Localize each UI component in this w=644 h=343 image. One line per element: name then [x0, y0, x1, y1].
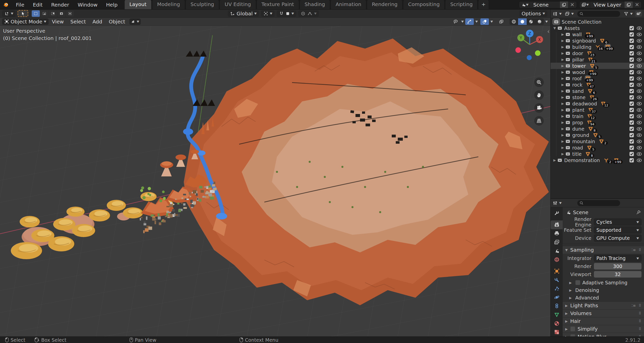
- proportional-editing-dropdown[interactable]: ▼: [298, 10, 319, 17]
- hide-eye-icon[interactable]: [636, 32, 642, 37]
- hide-eye-icon[interactable]: [636, 113, 642, 119]
- tab-modeling[interactable]: Modeling: [152, 0, 185, 9]
- editor-properties-icon[interactable]: [553, 201, 558, 206]
- disclosure-closed-icon[interactable]: ▶: [565, 312, 570, 315]
- properties-search-input[interactable]: [577, 200, 620, 206]
- disclosure-closed-icon[interactable]: ▶: [560, 114, 565, 118]
- disclosure-closed-icon[interactable]: ▶: [565, 304, 570, 308]
- tool-settings-dropdown[interactable]: ▼: [129, 18, 141, 25]
- blender-logo-icon[interactable]: [0, 0, 12, 9]
- exclude-checkbox[interactable]: [629, 151, 634, 157]
- disclosure-closed-icon[interactable]: ▶: [560, 146, 565, 149]
- hide-eye-icon[interactable]: [636, 38, 642, 44]
- disclosure-closed-icon[interactable]: ▶: [560, 102, 565, 105]
- pivot-point-dropdown[interactable]: ▼: [261, 10, 275, 17]
- navigation-gizmo[interactable]: Z Y X: [514, 28, 546, 63]
- select-invert-icon[interactable]: [57, 10, 65, 17]
- tab-rendering[interactable]: Rendering: [367, 0, 403, 9]
- camera-view-button[interactable]: [534, 103, 544, 113]
- exclude-checkbox[interactable]: [629, 82, 634, 87]
- exclude-checkbox[interactable]: [629, 101, 634, 106]
- drag-grip-icon[interactable]: ⠿: [639, 303, 641, 308]
- properties-tab-object[interactable]: [551, 267, 563, 276]
- field-number-input[interactable]: 300: [594, 263, 641, 270]
- disclosure-closed-icon[interactable]: ▶: [560, 45, 565, 49]
- snap-dropdown[interactable]: ▼: [277, 10, 296, 17]
- outliner-row-tower[interactable]: ▶tower5: [551, 63, 644, 69]
- shading-solid-icon[interactable]: [518, 18, 527, 25]
- properties-tab-render[interactable]: [551, 220, 563, 229]
- outliner-row-train[interactable]: ▶train12: [551, 113, 644, 119]
- properties-tab-data[interactable]: [551, 310, 563, 319]
- outliner-row-root[interactable]: Scene Collection: [551, 19, 644, 25]
- tab-uv-editing[interactable]: UV Editing: [220, 0, 256, 9]
- outliner-row-pillar[interactable]: ▶pillar21: [551, 56, 644, 63]
- viewport-menu-select[interactable]: Select: [67, 19, 89, 25]
- select-intersect-icon[interactable]: [66, 10, 74, 17]
- properties-tab-view-layer[interactable]: [551, 238, 563, 247]
- transform-orientation-dropdown[interactable]: Global ▼: [228, 10, 259, 17]
- outliner-row-wall[interactable]: ▶wall+99: [551, 31, 644, 37]
- field-number-input[interactable]: 32: [594, 271, 641, 278]
- hide-eye-icon[interactable]: [636, 107, 642, 113]
- disclosure-closed-icon[interactable]: ▶: [569, 281, 573, 285]
- properties-tab-world[interactable]: [551, 255, 563, 264]
- hide-eye-icon[interactable]: [636, 139, 642, 144]
- display-mode-icon[interactable]: [565, 11, 570, 16]
- show-object-types-icon[interactable]: [451, 18, 460, 25]
- disclosure-closed-icon[interactable]: ▶: [560, 32, 565, 36]
- scene-selector[interactable]: ▼ Scene ✕: [519, 1, 577, 8]
- field-dropdown[interactable]: Cycles▼: [594, 218, 641, 225]
- outliner-row-assets[interactable]: ▼Assets: [551, 25, 644, 31]
- sampling-panel-header[interactable]: ▼ Sampling ⁚≡⠿: [563, 246, 644, 254]
- hide-eye-icon[interactable]: [636, 69, 642, 75]
- shading-material-icon[interactable]: [527, 18, 535, 25]
- field-dropdown[interactable]: GPU Compute▼: [594, 235, 641, 242]
- outliner-row-rock[interactable]: ▶rock47: [551, 82, 644, 88]
- disclosure-closed-icon[interactable]: ▶: [560, 108, 565, 112]
- exclude-checkbox[interactable]: [629, 107, 634, 112]
- panel-checkbox[interactable]: [570, 334, 575, 336]
- exclude-checkbox[interactable]: [629, 63, 634, 68]
- hide-eye-icon[interactable]: [636, 88, 642, 94]
- menu-render[interactable]: Render: [47, 0, 73, 9]
- tab-sculpting[interactable]: Sculpting: [186, 0, 219, 9]
- outliner-search-input[interactable]: [577, 11, 620, 17]
- tab-texture-paint[interactable]: Texture Paint: [257, 0, 299, 9]
- hide-eye-icon[interactable]: [636, 76, 642, 81]
- view-layer-selector[interactable]: ▼ View Layer ✕: [579, 1, 641, 8]
- disclosure-closed-icon[interactable]: ▶: [560, 133, 565, 137]
- view-layer-name[interactable]: View Layer: [590, 2, 625, 8]
- viewport-menu-view[interactable]: View: [49, 19, 67, 25]
- hide-eye-icon[interactable]: [636, 57, 642, 62]
- viewport-menu-object[interactable]: Object: [105, 19, 128, 25]
- hide-eye-icon[interactable]: [636, 151, 642, 157]
- pin-icon[interactable]: [636, 210, 641, 215]
- show-overlays-toggle[interactable]: [480, 18, 489, 25]
- new-view-layer-button[interactable]: [625, 2, 633, 8]
- hide-eye-icon[interactable]: [636, 44, 642, 50]
- disclosure-closed-icon[interactable]: ▶: [565, 327, 570, 331]
- outliner-row-stone[interactable]: ▶stone26: [551, 94, 644, 100]
- outliner-row-sand[interactable]: ▶sand6: [551, 88, 644, 94]
- disclosure-closed-icon[interactable]: ▶: [560, 70, 565, 74]
- disclosure-closed-icon[interactable]: ▶: [565, 319, 570, 323]
- disclosure-open-icon[interactable]: ▼: [552, 26, 557, 30]
- exclude-checkbox[interactable]: [629, 38, 634, 43]
- filter-icon[interactable]: [624, 11, 629, 16]
- panel-light-paths[interactable]: ▶Light Paths⁚≡⠿: [563, 301, 644, 309]
- outliner-row-roof[interactable]: ▶roof+99: [551, 75, 644, 82]
- panel-motion-blur[interactable]: ▶Motion Blur⠿: [563, 333, 644, 336]
- scene-name[interactable]: Scene: [530, 2, 560, 8]
- drag-grip-icon[interactable]: ⠿: [639, 319, 641, 323]
- menu-file[interactable]: File: [12, 0, 28, 9]
- exclude-checkbox[interactable]: [629, 57, 634, 62]
- properties-tab-scene[interactable]: [551, 247, 563, 255]
- panel-hair[interactable]: ▶Hair⠿: [563, 317, 644, 325]
- menu-window[interactable]: Window: [73, 0, 102, 9]
- hide-eye-icon[interactable]: [636, 126, 642, 132]
- disclosure-closed-icon[interactable]: ▶: [560, 89, 565, 93]
- subpanel-adaptive-sampling[interactable]: ▶Adaptive Sampling: [563, 279, 644, 286]
- properties-tab-tool[interactable]: [551, 209, 563, 218]
- properties-tab-output[interactable]: [551, 229, 563, 238]
